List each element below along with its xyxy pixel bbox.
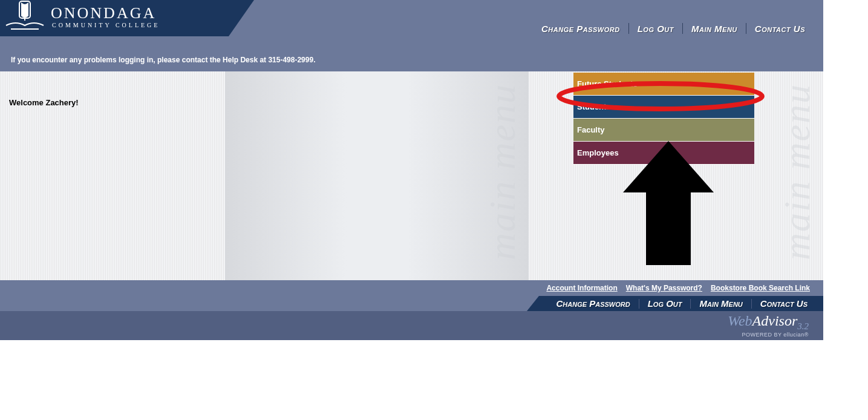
nav-change-password[interactable]: Change Password [533, 24, 628, 34]
brand-powered-by: POWERED BY ellucian® [728, 332, 809, 338]
footer-nav-contact-us[interactable]: Contact Us [752, 298, 816, 309]
footer-brand: WebAdvisor3.2 POWERED BY ellucian® [0, 311, 823, 340]
brand-version: 3.2 [797, 321, 809, 331]
logo-subtitle: COMMUNITY COLLEGE [52, 22, 160, 28]
top-nav: Change Password Log Out Main Menu Contac… [533, 23, 814, 34]
footer-links-row: Account Information What's My Password? … [0, 280, 823, 296]
link-bookstore-search[interactable]: Bookstore Book Search Link [711, 284, 810, 292]
footer-nav-change-password[interactable]: Change Password [548, 298, 639, 309]
help-text: If you encounter any problems logging in… [11, 56, 315, 64]
logo-shield-icon [4, 0, 46, 34]
menu-future-students[interactable]: Future Students [573, 73, 754, 96]
nav-main-menu[interactable]: Main Menu [683, 24, 746, 34]
footer-nav-row: Change Password Log Out Main Menu Contac… [0, 296, 823, 311]
college-logo: ONONDAGA COMMUNITY COLLEGE [4, 0, 160, 34]
center-column-bg: main menu [225, 71, 529, 280]
main-area: main menu main menu Welcome Zachery! Fut… [0, 71, 823, 280]
link-whats-my-password[interactable]: What's My Password? [626, 284, 702, 292]
nav-contact-us[interactable]: Contact Us [746, 24, 814, 34]
header-bar: ONONDAGA COMMUNITY COLLEGE Change Passwo… [0, 0, 823, 36]
watermark-text: main menu [481, 84, 524, 260]
nav-log-out[interactable]: Log Out [629, 24, 682, 34]
footer-nav-log-out[interactable]: Log Out [639, 298, 691, 309]
page: ONONDAGA COMMUNITY COLLEGE Change Passwo… [0, 0, 823, 340]
watermark-text: main menu [775, 84, 818, 260]
brand-advisor: Advisor [752, 313, 798, 329]
menu-students[interactable]: Students [573, 96, 754, 119]
link-account-information[interactable]: Account Information [546, 284, 617, 292]
help-strip: If you encounter any problems logging in… [0, 36, 823, 71]
logo-title: ONONDAGA [51, 5, 160, 21]
menu-employees[interactable]: Employees [573, 142, 754, 165]
menu-faculty[interactable]: Faculty [573, 119, 754, 142]
webadvisor-logo: WebAdvisor3.2 POWERED BY ellucian® [728, 313, 809, 338]
brand-web: Web [728, 313, 752, 329]
role-menu: Future Students Students Faculty Employe… [573, 73, 754, 165]
footer-nav: Change Password Log Out Main Menu Contac… [548, 296, 816, 311]
welcome-message: Welcome Zachery! [9, 98, 79, 107]
footer-nav-main-menu[interactable]: Main Menu [691, 298, 751, 309]
